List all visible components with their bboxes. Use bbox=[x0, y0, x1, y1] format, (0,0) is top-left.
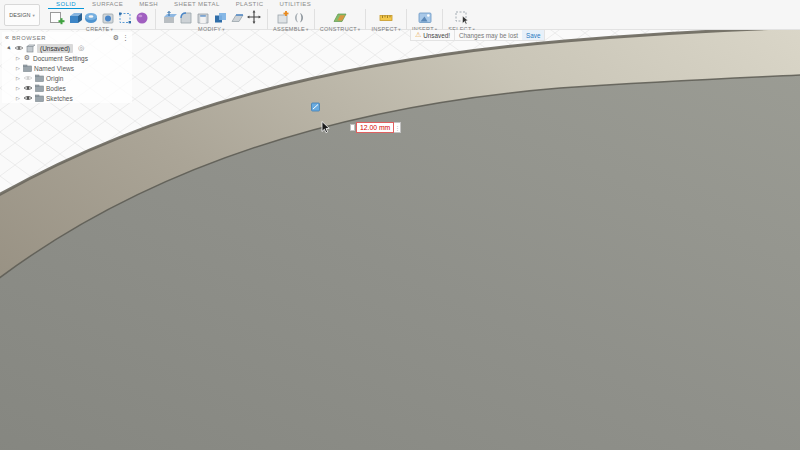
group-label: MODIFY bbox=[198, 26, 221, 32]
collapse-panel-icon[interactable]: « bbox=[5, 34, 9, 41]
browser-item-origin[interactable]: ▷ Origin bbox=[2, 73, 132, 83]
chevron-down-icon: ▾ bbox=[398, 27, 401, 32]
measure-button[interactable] bbox=[378, 9, 394, 25]
toolbar-group-select: SELECT▾ bbox=[443, 9, 480, 30]
create-sketch-icon bbox=[49, 9, 65, 25]
tab-label: SOLID bbox=[56, 1, 76, 7]
dimension-options-handle[interactable]: ⋮ bbox=[394, 122, 401, 133]
design-workspace-label: DESIGN bbox=[9, 12, 30, 18]
browser-item-document-settings[interactable]: ▷ ⚙ Document Settings bbox=[2, 53, 132, 63]
dimension-grip-left[interactable] bbox=[350, 124, 355, 131]
dimension-value: 12.00 mm bbox=[360, 124, 390, 131]
tab-surface[interactable]: SURFACE bbox=[84, 0, 131, 9]
form-button[interactable] bbox=[134, 9, 150, 25]
toolbar-group-insert: INSERT▾ bbox=[407, 9, 443, 30]
dimension-input-widget: 12.00 mm ⋮ bbox=[350, 122, 401, 133]
visibility-eye-icon[interactable] bbox=[23, 84, 33, 92]
expander-icon[interactable]: ▷ bbox=[15, 55, 21, 61]
browser-panel: « BROWSER ⚙ ⋮ ▼ (Unsaved) ◎ ▷ ⚙ Document… bbox=[2, 32, 132, 103]
browser-item-label: Bodies bbox=[46, 85, 66, 92]
tab-utilities[interactable]: UTILITIES bbox=[271, 0, 319, 9]
insert-image-icon bbox=[417, 9, 433, 25]
move-copy-button[interactable] bbox=[246, 9, 262, 25]
expander-icon[interactable]: ▷ bbox=[15, 95, 21, 101]
toolbar-group-construct: CONSTRUCT▾ bbox=[315, 9, 367, 30]
group-label: ASSEMBLE bbox=[273, 26, 305, 32]
combine-button[interactable] bbox=[212, 9, 228, 25]
unsaved-message: Changes may be lost bbox=[454, 30, 522, 40]
select-icon bbox=[454, 9, 470, 25]
tab-sheet-metal[interactable]: SHEET METAL bbox=[166, 0, 228, 9]
browser-item-root[interactable]: ▼ (Unsaved) ◎ bbox=[2, 43, 132, 53]
toolbar-tabstrip: SOLID SURFACE MESH SHEET METAL PLASTIC U… bbox=[48, 0, 319, 9]
joint-button[interactable] bbox=[291, 9, 307, 25]
activate-component-radio[interactable]: ◎ bbox=[78, 44, 84, 52]
construct-group-dropdown[interactable]: CONSTRUCT▾ bbox=[320, 26, 361, 32]
measure-icon bbox=[378, 9, 394, 25]
revolve-button[interactable] bbox=[83, 9, 99, 25]
revolve-icon bbox=[83, 9, 99, 25]
create-sketch-button[interactable] bbox=[49, 9, 65, 25]
gear-icon[interactable]: ⚙ bbox=[113, 34, 119, 42]
tab-label: PLASTIC bbox=[236, 1, 264, 7]
toolbar-group-create: CREATE▾ bbox=[44, 9, 156, 30]
warning-icon: ⚠ bbox=[415, 31, 421, 39]
dimension-input[interactable]: 12.00 mm bbox=[356, 122, 394, 133]
more-options-icon[interactable]: ⋮ bbox=[122, 34, 129, 42]
fusion-window: DESIGN ▾ SOLID SURFACE MESH SHEET METAL … bbox=[0, 0, 800, 450]
construction-plane-button[interactable] bbox=[332, 9, 348, 25]
press-pull-icon bbox=[161, 9, 177, 25]
inspect-group-dropdown[interactable]: INSPECT▾ bbox=[371, 26, 401, 32]
modify-group-dropdown[interactable]: MODIFY▾ bbox=[198, 26, 225, 32]
expander-icon[interactable]: ▷ bbox=[15, 75, 21, 81]
visibility-eye-icon[interactable] bbox=[23, 74, 33, 82]
mouse-cursor bbox=[321, 121, 331, 134]
visibility-eye-icon[interactable] bbox=[23, 94, 33, 102]
sweep-button[interactable] bbox=[100, 9, 116, 25]
assemble-group-dropdown[interactable]: ASSEMBLE▾ bbox=[273, 26, 309, 32]
toolbar-group-assemble: ASSEMBLE▾ bbox=[268, 9, 315, 30]
press-pull-button[interactable] bbox=[161, 9, 177, 25]
expander-open-icon[interactable]: ▼ bbox=[5, 44, 13, 52]
new-component-icon bbox=[274, 9, 290, 25]
offset-face-button[interactable] bbox=[229, 9, 245, 25]
browser-item-named-views[interactable]: ▷ Named Views bbox=[2, 63, 132, 73]
expander-icon[interactable]: ▷ bbox=[15, 65, 21, 71]
tab-label: UTILITIES bbox=[279, 1, 311, 7]
visibility-eye-icon[interactable] bbox=[14, 44, 24, 52]
unsaved-notification: ⚠ Unsaved! Changes may be lost Save bbox=[410, 30, 545, 41]
design-workspace-dropdown[interactable]: DESIGN ▾ bbox=[4, 4, 40, 26]
sketch-dimension-icon bbox=[311, 102, 320, 112]
form-icon bbox=[134, 9, 150, 25]
browser-item-label: Named Views bbox=[34, 65, 74, 72]
browser-item-label: Origin bbox=[46, 75, 63, 82]
tab-plastic[interactable]: PLASTIC bbox=[228, 0, 272, 9]
browser-item-bodies[interactable]: ▷ Bodies bbox=[2, 83, 132, 93]
folder-icon bbox=[35, 74, 44, 82]
browser-item-label: Sketches bbox=[46, 95, 73, 102]
browser-item-label: Document Settings bbox=[33, 55, 88, 62]
chevron-down-icon: ▾ bbox=[306, 27, 309, 32]
expander-icon[interactable]: ▷ bbox=[15, 85, 21, 91]
chevron-down-icon: ▾ bbox=[358, 27, 361, 32]
browser-item-sketches[interactable]: ▷ Sketches bbox=[2, 93, 132, 103]
document-name[interactable]: (Unsaved) bbox=[37, 44, 73, 53]
chevron-down-icon: ▾ bbox=[222, 27, 225, 32]
unsaved-status: ⚠ Unsaved! bbox=[411, 30, 454, 40]
save-button[interactable]: Save bbox=[522, 30, 544, 40]
extrude-button[interactable] bbox=[66, 9, 82, 25]
shell-button[interactable] bbox=[195, 9, 211, 25]
toolbar-group-modify: MODIFY▾ bbox=[156, 9, 268, 30]
tab-mesh[interactable]: MESH bbox=[131, 0, 166, 9]
offset-face-icon bbox=[229, 9, 245, 25]
new-component-button[interactable] bbox=[274, 9, 290, 25]
sweep-icon bbox=[100, 9, 116, 25]
toolbar-group-inspect: INSPECT▾ bbox=[366, 9, 407, 30]
project-button[interactable] bbox=[117, 9, 133, 25]
fillet-button[interactable] bbox=[178, 9, 194, 25]
tab-solid[interactable]: SOLID bbox=[48, 0, 84, 9]
select-button[interactable] bbox=[454, 9, 470, 25]
combine-icon bbox=[212, 9, 228, 25]
tab-label: MESH bbox=[139, 1, 158, 7]
insert-image-button[interactable] bbox=[417, 9, 433, 25]
